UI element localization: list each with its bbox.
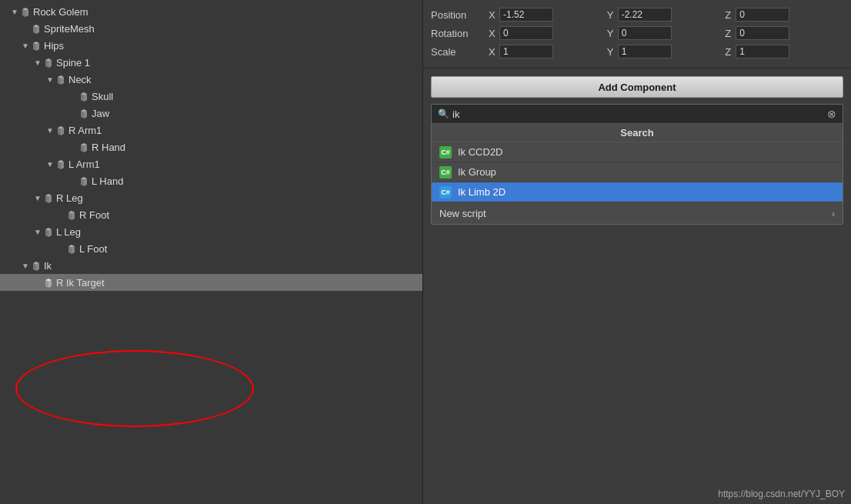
tree-item-hips[interactable]: Hips <box>0 37 422 54</box>
tree-item-r-leg[interactable]: R Leg <box>0 189 422 206</box>
label-l-leg: L Leg <box>56 226 81 238</box>
red-circle-annotation <box>15 350 254 427</box>
arrow-neck <box>45 75 55 84</box>
sz-axis-letter: Z <box>725 46 736 58</box>
rotation-y-input[interactable] <box>618 26 672 40</box>
tree-item-l-foot[interactable]: L Foot <box>0 240 422 257</box>
scale-row: Scale X Y Z <box>431 43 843 60</box>
cube-icon-hips <box>31 40 42 51</box>
cube-icon-skull <box>78 91 89 102</box>
label-spine1: Spine 1 <box>56 57 90 68</box>
cube-icon-spritemesh <box>31 23 42 34</box>
scale-z-axis: Z <box>725 45 840 58</box>
rz-axis-letter: Z <box>725 28 736 39</box>
result-label-ik-ccd2d: Ik CCD2D <box>458 146 503 158</box>
hierarchy-list: Rock Golem SpriteMesh <box>0 0 422 294</box>
sy-axis-letter: Y <box>607 46 618 58</box>
position-label: Position <box>431 9 489 21</box>
search-results-header: Search <box>432 124 843 142</box>
rotation-z-input[interactable] <box>736 26 789 40</box>
result-label-ik-limb2d: Ik Limb 2D <box>458 186 506 198</box>
sx-axis-letter: X <box>489 46 499 58</box>
tree-item-ik[interactable]: Ik <box>0 257 422 274</box>
arrow-hips <box>20 42 31 50</box>
label-l-arm1: L Arm1 <box>68 159 100 170</box>
tree-item-jaw[interactable]: Jaw <box>0 105 422 122</box>
result-ik-ccd2d[interactable]: C# Ik CCD2D <box>432 142 843 162</box>
y-axis-letter: Y <box>607 9 618 21</box>
search-magnifier-icon: 🔍 <box>438 108 449 119</box>
cube-icon-ik <box>31 260 42 271</box>
new-script-row[interactable]: New script › <box>432 202 843 224</box>
tree-item-l-arm1[interactable]: L Arm1 <box>0 155 422 172</box>
label-l-hand: L Hand <box>92 175 123 187</box>
position-y-axis: Y <box>607 8 723 22</box>
add-component-button[interactable]: Add Component <box>431 76 843 98</box>
cube-icon-r-leg <box>43 192 54 203</box>
cube-icon-r-hand <box>78 142 89 152</box>
cube-icon-spine1 <box>43 57 54 68</box>
tree-item-l-leg[interactable]: L Leg <box>0 223 422 240</box>
rotation-label: Rotation <box>431 28 489 39</box>
position-row: Position X Y Z <box>431 6 843 23</box>
label-neck: Neck <box>68 74 92 85</box>
position-y-input[interactable] <box>618 8 672 22</box>
label-spritemesh: SpriteMesh <box>44 23 95 35</box>
scale-y-input[interactable] <box>618 45 672 58</box>
search-input-row: 🔍 ⊗ <box>432 105 843 124</box>
tree-item-skull[interactable]: Skull <box>0 88 422 105</box>
tree-item-rock-golem[interactable]: Rock Golem <box>0 3 422 20</box>
arrow-ik <box>20 262 31 270</box>
cube-icon-r-arm1 <box>55 125 66 135</box>
tree-item-spritemesh[interactable]: SpriteMesh <box>0 20 422 37</box>
chevron-right-icon: › <box>832 208 835 219</box>
arrow-l-leg <box>32 228 43 236</box>
tree-item-r-arm1[interactable]: R Arm1 <box>0 122 422 139</box>
result-icon-ik-group: C# <box>439 166 452 179</box>
result-icon-ik-ccd2d: C# <box>439 146 452 159</box>
result-ik-group[interactable]: C# Ik Group <box>432 162 843 182</box>
cube-icon-r-foot <box>66 209 77 220</box>
rotation-x-input[interactable] <box>499 26 553 40</box>
result-icon-ik-limb2d: C# <box>439 186 452 199</box>
position-x-input[interactable] <box>499 8 553 22</box>
arrow-rock-golem <box>9 8 20 16</box>
label-r-leg: R Leg <box>56 192 83 204</box>
search-input[interactable] <box>452 108 827 120</box>
cube-icon-r-ik-target <box>43 277 54 288</box>
cube-icon-jaw <box>78 108 89 118</box>
position-z-input[interactable] <box>736 8 789 22</box>
rotation-row: Rotation X Y Z <box>431 25 843 42</box>
tree-item-r-foot[interactable]: R Foot <box>0 206 422 223</box>
arrow-l-arm1 <box>45 160 55 169</box>
cube-icon-l-leg <box>43 226 54 237</box>
result-ik-limb2d[interactable]: C# Ik Limb 2D <box>432 182 843 202</box>
search-clear-icon[interactable]: ⊗ <box>827 108 836 120</box>
x-axis-letter: X <box>489 9 499 21</box>
arrow-r-leg <box>32 194 43 202</box>
tree-item-r-hand[interactable]: R Hand <box>0 139 422 155</box>
scale-x-input[interactable] <box>499 45 553 58</box>
cube-icon-l-hand <box>78 175 89 186</box>
label-jaw: Jaw <box>92 108 109 119</box>
label-r-arm1: R Arm1 <box>68 125 102 136</box>
arrow-r-arm1 <box>45 126 55 135</box>
scale-label: Scale <box>431 46 489 58</box>
tree-item-spine1[interactable]: Spine 1 <box>0 54 422 71</box>
hierarchy-panel: Rock Golem SpriteMesh <box>0 0 423 504</box>
new-script-label: New script <box>439 208 486 219</box>
cube-icon-l-arm1 <box>55 159 66 169</box>
arrow-spine1 <box>32 58 43 67</box>
search-dropdown: 🔍 ⊗ Search C# Ik CCD2D C# Ik Group C# Ik… <box>431 104 843 225</box>
scale-x-axis: X <box>489 45 604 58</box>
z-axis-letter: Z <box>725 9 736 21</box>
scale-z-input[interactable] <box>736 45 789 58</box>
rx-axis-letter: X <box>489 28 499 39</box>
tree-item-r-ik-target[interactable]: R Ik Target <box>0 274 422 291</box>
inspector-panel: Position X Y Z Rotation X Y <box>423 0 851 504</box>
label-l-foot: L Foot <box>79 243 107 255</box>
result-label-ik-group: Ik Group <box>458 166 496 178</box>
tree-item-neck[interactable]: Neck <box>0 71 422 88</box>
label-r-hand: R Hand <box>92 142 125 153</box>
tree-item-l-hand[interactable]: L Hand <box>0 172 422 189</box>
